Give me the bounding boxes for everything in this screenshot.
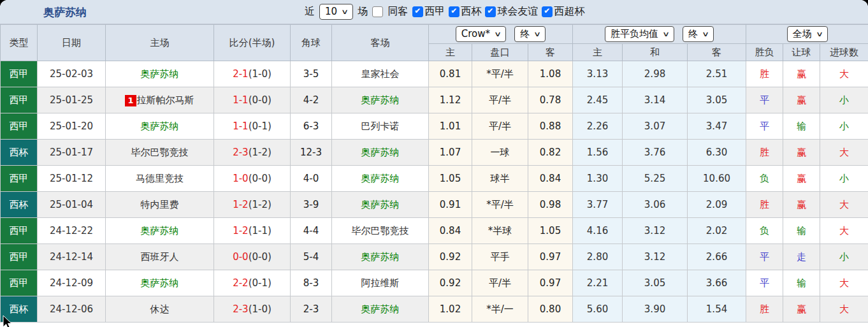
chevron-down-icon: ∨ <box>662 28 670 40</box>
chevron-down-icon: ∨ <box>494 28 502 40</box>
away-team[interactable]: 皇家社会 <box>332 61 429 87</box>
match-date: 25-01-20 <box>38 113 106 140</box>
stats-page: 奥萨苏纳 近 10 ∨ 场 同客 西甲西杯球会友谊西超杯 类型 日期 主场 <box>0 0 868 327</box>
avg-group-header: 胜平负均值 ∨ 终 ∨ <box>573 25 746 44</box>
scope-value: 全场 <box>793 28 812 40</box>
sub-header-avg-away: 客 <box>688 44 746 61</box>
away-team[interactable]: 奥萨苏纳 <box>332 192 429 218</box>
handicap-result-badge: 赢 <box>783 296 820 323</box>
match-row: 西甲25-01-251拉斯帕尔马斯1-1(0-0)4-2奥萨苏纳1.12平/半0… <box>1 87 868 113</box>
away-team[interactable]: 奥萨苏纳 <box>332 140 429 166</box>
chevron-down-icon: ∨ <box>533 28 541 40</box>
avg-draw-odds: 3.76 <box>623 140 688 166</box>
odds-away: 1.08 <box>528 61 573 87</box>
mouse-cursor-icon <box>1 315 13 327</box>
score: 1-1(0-0) <box>214 87 291 113</box>
odds-home: 1.01 <box>429 113 472 140</box>
col-header-score: 比分(半场) <box>214 25 291 61</box>
odds-home: 1.05 <box>429 166 472 192</box>
home-team[interactable]: 奥萨苏纳 <box>106 61 214 87</box>
avg-away-odds: 2.51 <box>688 61 746 87</box>
home-team[interactable]: 奥萨苏纳 <box>106 218 214 244</box>
avg-home-odds: 2.21 <box>573 270 623 296</box>
match-row: 西甲24-12-22奥萨苏纳1-2(1-1)4-4毕尔巴鄂竞技0.84*半球1.… <box>1 218 868 244</box>
avg-home-odds: 5.60 <box>573 296 623 323</box>
home-team[interactable]: 毕尔巴鄂竞技 <box>106 140 214 166</box>
odds-source-select[interactable]: Crow* ∨ <box>456 26 506 42</box>
odds-away: 0.88 <box>528 113 573 140</box>
avg-draw-odds: 3.90 <box>623 296 688 323</box>
match-date: 25-01-04 <box>38 192 106 218</box>
away-team[interactable]: 毕尔巴鄂竞技 <box>332 218 429 244</box>
match-row: 西甲25-01-12马德里竞技1-0(0-0)4-0奥萨苏纳1.05球半0.84… <box>1 166 868 192</box>
avg-final-select[interactable]: 终 ∨ <box>683 26 714 42</box>
odds-home: 1.02 <box>429 296 472 323</box>
scope-group-header: 全场 ∨ <box>746 25 868 44</box>
odds-away: 0.84 <box>528 166 573 192</box>
league-filter-checkbox[interactable] <box>449 6 459 17</box>
avg-away-odds: 2.09 <box>688 192 746 218</box>
scope-select[interactable]: 全场 ∨ <box>787 26 828 42</box>
col-header-home: 主场 <box>106 25 214 61</box>
same-away-checkbox[interactable] <box>372 6 383 17</box>
avg-away-odds: 3.05 <box>688 87 746 113</box>
corners: 2-3 <box>291 296 332 323</box>
home-team[interactable]: 西班牙人 <box>106 244 214 270</box>
league-filter-label: 西甲 <box>424 5 445 18</box>
home-team[interactable]: 1拉斯帕尔马斯 <box>106 87 214 113</box>
odds-away: 0.98 <box>528 192 573 218</box>
avg-home-odds: 4.16 <box>573 218 623 244</box>
odds-final-select[interactable]: 终 ∨ <box>514 26 546 42</box>
home-team[interactable]: 奥萨苏纳 <box>106 270 214 296</box>
league-filter-checkbox[interactable] <box>485 6 496 17</box>
recent-label: 近 <box>305 5 315 18</box>
handicap-line: 平/半 <box>472 270 528 296</box>
score: 0-0(0-0) <box>214 244 291 270</box>
corners: 3-5 <box>291 61 332 87</box>
avg-away-odds: 3.47 <box>688 113 746 140</box>
matches-label: 场 <box>358 5 368 18</box>
handicap-result-badge: 走 <box>783 244 820 270</box>
sub-header-result: 胜负 <box>746 44 783 61</box>
rank-badge: 1 <box>125 95 136 106</box>
away-team[interactable]: 奥萨苏纳 <box>332 296 429 323</box>
score: 2-2(0-1) <box>214 270 291 296</box>
goals-result-badge: 大 <box>820 140 868 166</box>
filter-controls: 近 10 ∨ 场 同客 西甲西杯球会友谊西超杯 <box>305 0 584 24</box>
match-row: 西杯24-12-06休达2-3(1-0)2-3奥萨苏纳1.02*半/一0.805… <box>1 296 868 323</box>
away-team[interactable]: 阿拉维斯 <box>332 270 429 296</box>
home-team[interactable]: 休达 <box>106 296 214 323</box>
corners: 4-4 <box>291 218 332 244</box>
league-badge: 西甲 <box>1 270 38 296</box>
avg-draw-odds: 3.05 <box>623 270 688 296</box>
league-filter-label: 西超杯 <box>554 5 584 18</box>
sub-header-avg-draw: 和 <box>623 44 688 61</box>
away-team[interactable]: 巴列卡诺 <box>332 113 429 140</box>
result-badge: 平 <box>746 87 783 113</box>
away-team[interactable]: 奥萨苏纳 <box>332 166 429 192</box>
result-badge: 胜 <box>746 140 783 166</box>
avg-final-value: 终 <box>688 28 698 40</box>
chevron-down-icon: ∨ <box>702 28 709 40</box>
away-team[interactable]: 奥萨苏纳 <box>332 87 429 113</box>
recent-count-select[interactable]: 10 ∨ <box>319 4 353 20</box>
odds-home: 1.12 <box>429 87 472 113</box>
odds-away: 0.82 <box>528 140 573 166</box>
odds-home: 0.91 <box>429 192 472 218</box>
handicap-line: *平/半 <box>472 192 528 218</box>
result-badge: 平 <box>746 113 783 140</box>
home-team[interactable]: 特内里费 <box>106 192 214 218</box>
match-row: 西甲24-12-14西班牙人0-0(0-0)5-4奥萨苏纳0.92平手0.972… <box>1 244 868 270</box>
home-team[interactable]: 奥萨苏纳 <box>106 113 214 140</box>
league-filter-checkbox[interactable] <box>542 6 553 17</box>
match-date: 25-01-25 <box>38 87 106 113</box>
home-team[interactable]: 马德里竞技 <box>106 166 214 192</box>
away-team[interactable]: 奥萨苏纳 <box>332 244 429 270</box>
odds-home: 0.92 <box>429 244 472 270</box>
avg-type-select[interactable]: 胜平负均值 ∨ <box>605 26 674 42</box>
sub-header-handicap: 盘口 <box>472 44 528 61</box>
corners: 8-3 <box>291 270 332 296</box>
league-filter: 西甲 <box>412 5 445 18</box>
corners: 4-2 <box>291 87 332 113</box>
league-filter-checkbox[interactable] <box>412 6 423 17</box>
